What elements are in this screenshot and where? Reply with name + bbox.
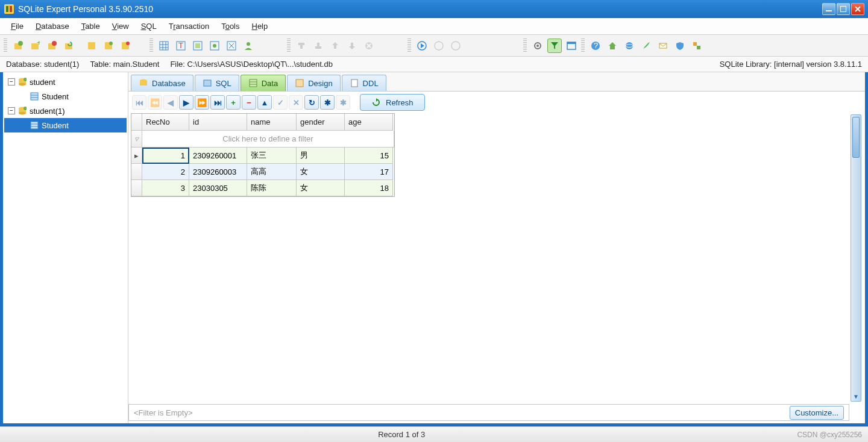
- tab-data[interactable]: Data: [241, 75, 286, 91]
- nav-post-icon[interactable]: ✓: [273, 95, 288, 110]
- shield-icon[interactable]: [673, 39, 687, 53]
- cell-age[interactable]: 18: [345, 180, 393, 196]
- table-del-icon[interactable]: [118, 39, 133, 53]
- menu-help[interactable]: Help: [246, 19, 274, 33]
- tx-rollback-icon[interactable]: [328, 39, 342, 53]
- mail-icon[interactable]: [656, 39, 670, 53]
- table-open-icon[interactable]: [101, 39, 116, 53]
- cell-name[interactable]: 高高: [247, 164, 297, 180]
- tree-db-student[interactable]: − student: [4, 75, 127, 89]
- col-header-recno[interactable]: RecNo: [142, 114, 189, 131]
- cell-gender[interactable]: 女: [297, 180, 345, 196]
- cell-recno[interactable]: 3: [142, 180, 189, 196]
- tab-ddl[interactable]: DDL: [342, 75, 386, 91]
- grid-icon-2[interactable]: T: [174, 39, 188, 53]
- filter-hint[interactable]: Click here to define a filter: [142, 131, 394, 148]
- nav-extra-icon[interactable]: ✱: [336, 95, 350, 110]
- col-header-gender[interactable]: gender: [297, 114, 345, 131]
- grid-icon-1[interactable]: [157, 39, 171, 53]
- nav-cancel-icon[interactable]: ✕: [289, 95, 303, 110]
- filter-funnel-icon[interactable]: [547, 39, 562, 53]
- db-refresh-icon[interactable]: [61, 39, 76, 53]
- gear-icon[interactable]: [530, 39, 545, 53]
- menu-sql[interactable]: SQL: [135, 19, 163, 33]
- tx-save-icon[interactable]: [345, 39, 359, 53]
- col-header-name[interactable]: name: [247, 114, 297, 131]
- tx-commit-icon[interactable]: [311, 39, 326, 53]
- cell-gender[interactable]: 女: [297, 164, 345, 180]
- refresh-button[interactable]: Refresh: [360, 94, 425, 111]
- nav-refresh-icon[interactable]: ↻: [304, 95, 319, 110]
- scroll-thumb[interactable]: [852, 117, 860, 158]
- menu-table[interactable]: Table: [75, 19, 106, 33]
- person-icon[interactable]: [241, 39, 256, 53]
- cell-age[interactable]: 17: [345, 164, 393, 180]
- globe-icon[interactable]: [622, 39, 637, 53]
- filter-row[interactable]: ▿ Click here to define a filter: [131, 131, 394, 148]
- cell-name[interactable]: 陈陈: [247, 180, 297, 196]
- col-header-id[interactable]: id: [189, 114, 247, 131]
- feather-icon[interactable]: [639, 39, 653, 53]
- nav-next-icon[interactable]: ▶: [179, 95, 193, 110]
- collapse-icon[interactable]: −: [8, 107, 15, 114]
- close-db-icon[interactable]: [45, 39, 59, 53]
- maximize-button[interactable]: [837, 3, 850, 15]
- pause-icon[interactable]: [432, 39, 446, 53]
- nav-last-icon[interactable]: ⏭: [210, 95, 225, 110]
- puzzle-icon[interactable]: [690, 39, 704, 53]
- window-icon[interactable]: [564, 39, 579, 53]
- nav-edit-icon[interactable]: ▲: [257, 95, 272, 110]
- tab-database[interactable]: Database: [131, 75, 193, 91]
- cell-id[interactable]: 23030305: [189, 180, 247, 196]
- toolbar-grip: [4, 39, 7, 53]
- nav-bookmark-icon[interactable]: ✱: [320, 95, 335, 110]
- menu-tools[interactable]: Tools: [215, 19, 245, 33]
- tab-design[interactable]: Design: [287, 75, 340, 91]
- cell-name[interactable]: 张三: [247, 148, 297, 164]
- grid-icon-4[interactable]: [207, 39, 222, 53]
- nav-delete-icon[interactable]: −: [242, 95, 256, 110]
- tx-begin-icon[interactable]: [294, 39, 309, 53]
- menu-transaction[interactable]: Transaction: [163, 19, 215, 33]
- nav-add-icon[interactable]: +: [226, 95, 241, 110]
- vertical-scrollbar[interactable]: ▲ ▼: [851, 114, 861, 402]
- tree-table-student2[interactable]: Student: [4, 118, 127, 132]
- cell-age[interactable]: 15: [345, 148, 393, 164]
- customize-button[interactable]: Customize...: [790, 406, 844, 420]
- tx-cancel-icon[interactable]: [362, 39, 376, 53]
- nav-first-icon[interactable]: ⏮: [132, 95, 146, 110]
- cell-id[interactable]: 2309260003: [189, 164, 247, 180]
- collapse-icon[interactable]: −: [8, 78, 15, 86]
- minimize-button[interactable]: [822, 3, 835, 15]
- tab-sql[interactable]: SQL: [195, 75, 239, 91]
- col-header-age[interactable]: age: [345, 114, 393, 131]
- grid-icon-3[interactable]: [190, 39, 205, 53]
- home-icon[interactable]: [605, 39, 620, 53]
- nav-prev-page-icon[interactable]: ⏪: [148, 95, 162, 110]
- run-icon[interactable]: [415, 39, 429, 53]
- cell-recno[interactable]: 1: [142, 148, 189, 164]
- new-db-icon[interactable]: [11, 39, 25, 53]
- cell-gender[interactable]: 男: [297, 148, 345, 164]
- data-grid[interactable]: RecNo id name gender age ▿ Click here to…: [131, 113, 395, 197]
- menu-view[interactable]: View: [106, 19, 135, 33]
- tree-table-student1[interactable]: Student: [4, 89, 127, 104]
- nav-next-page-icon[interactable]: ⏩: [195, 95, 209, 110]
- stop-icon[interactable]: [448, 39, 463, 53]
- cell-id[interactable]: 2309260001: [189, 148, 247, 164]
- tree-db-student1[interactable]: − student(1): [4, 104, 127, 118]
- help-icon[interactable]: ?: [588, 39, 603, 53]
- table-row[interactable]: ▸ 1 2309260001 张三 男 15: [131, 148, 394, 164]
- open-db-icon[interactable]: +: [28, 39, 42, 53]
- close-button[interactable]: [851, 3, 864, 15]
- table-row[interactable]: 2 2309260003 高高 女 17: [131, 164, 394, 180]
- menu-database[interactable]: Database: [30, 19, 75, 33]
- cell-recno[interactable]: 2: [142, 164, 189, 180]
- grid-icon-5[interactable]: [224, 39, 239, 53]
- nav-prev-icon[interactable]: ◀: [163, 95, 178, 110]
- table-new-icon[interactable]: [84, 39, 99, 53]
- info-table-value: main.Student: [113, 60, 160, 69]
- table-row[interactable]: 3 23030305 陈陈 女 18: [131, 180, 394, 196]
- scroll-down-icon[interactable]: ▼: [851, 391, 861, 401]
- menu-file[interactable]: File: [5, 19, 30, 33]
